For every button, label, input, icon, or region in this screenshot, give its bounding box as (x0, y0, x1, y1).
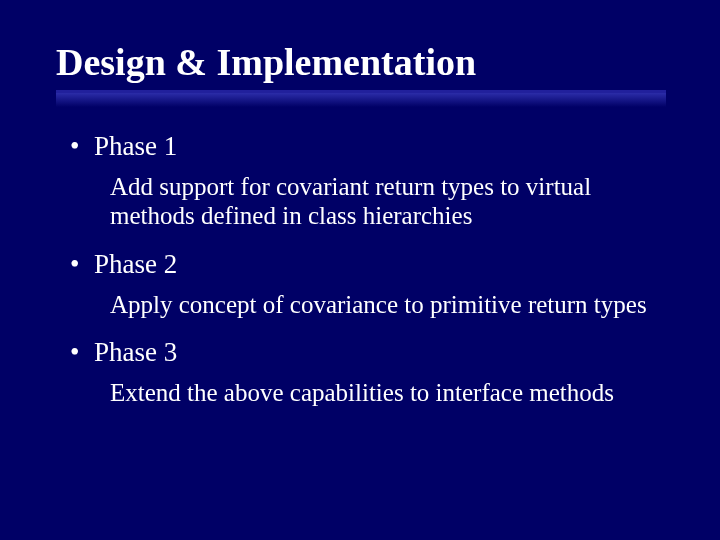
bullet-icon: • (70, 251, 94, 278)
phase-desc: Apply concept of covariance to primitive… (110, 290, 650, 320)
phase-line: • Phase 2 (70, 249, 660, 280)
title-block: Design & Implementation (0, 0, 720, 107)
list-item: • Phase 1 Add support for covariant retu… (70, 131, 660, 231)
phase-desc: Extend the above capabilities to interfa… (110, 378, 650, 408)
bullet-icon: • (70, 133, 94, 160)
list-item: • Phase 2 Apply concept of covariance to… (70, 249, 660, 320)
list-item: • Phase 3 Extend the above capabilities … (70, 337, 660, 408)
phase-line: • Phase 1 (70, 131, 660, 162)
slide: Design & Implementation • Phase 1 Add su… (0, 0, 720, 540)
phase-desc: Add support for covariant return types t… (110, 172, 650, 231)
phase-label: Phase 3 (94, 337, 177, 368)
bullet-icon: • (70, 339, 94, 366)
content: • Phase 1 Add support for covariant retu… (0, 107, 720, 408)
title-underline (56, 90, 666, 107)
phase-label: Phase 1 (94, 131, 177, 162)
slide-title: Design & Implementation (56, 42, 720, 84)
phase-label: Phase 2 (94, 249, 177, 280)
phase-line: • Phase 3 (70, 337, 660, 368)
